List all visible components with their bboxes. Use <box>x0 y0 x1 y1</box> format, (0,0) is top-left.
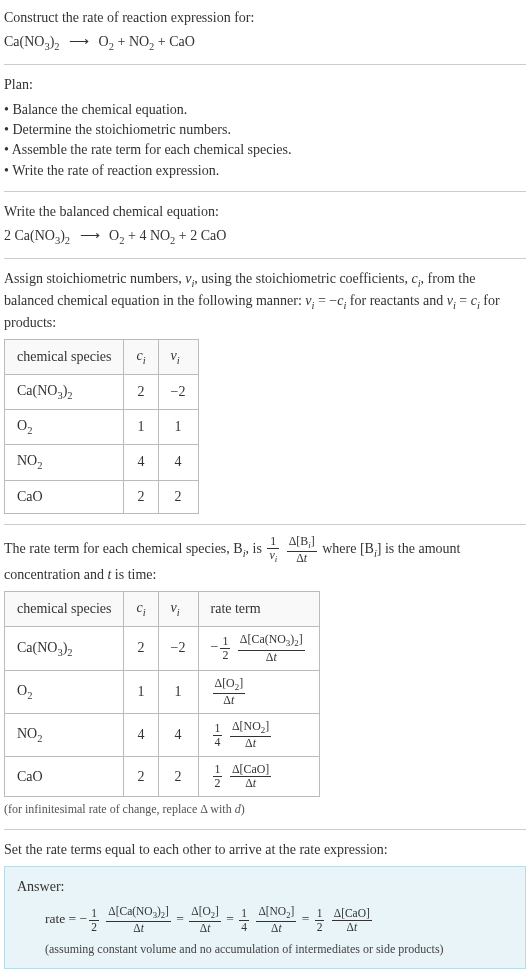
final-intro: Set the rate terms equal to each other t… <box>4 840 526 860</box>
col-ci: ci <box>124 592 158 627</box>
answer-box: Answer: rate = −12 Δ[Ca(NO3)2]Δt = Δ[O2]… <box>4 866 526 969</box>
col-nui: νi <box>158 592 198 627</box>
table-row: O2 1 1 Δ[O2]Δt <box>5 670 320 713</box>
table-row: CaO22 <box>5 480 199 513</box>
answer-label: Answer: <box>17 877 513 897</box>
plan-item: • Write the rate of reaction expression. <box>4 161 526 181</box>
rateterm-note: (for infinitesimal rate of change, repla… <box>4 801 526 818</box>
final-section: Set the rate terms equal to each other t… <box>4 840 526 969</box>
table-header-row: chemical species ci νi rate term <box>5 592 320 627</box>
answer-note: (assuming constant volume and no accumul… <box>45 941 513 958</box>
col-rate: rate term <box>198 592 319 627</box>
plan-item: • Assemble the rate term for each chemic… <box>4 140 526 160</box>
rateterm-intro: The rate term for each chemical species,… <box>4 535 526 586</box>
divider <box>4 258 526 259</box>
plan-section: Plan: • Balance the chemical equation. •… <box>4 75 526 180</box>
unbalanced-equation: Ca(NO3)2 ⟶ O2 + NO2 + CaO <box>4 32 526 54</box>
header-section: Construct the rate of reaction expressio… <box>4 8 526 54</box>
table-row: O211 <box>5 410 199 445</box>
divider <box>4 524 526 525</box>
balanced-intro: Write the balanced chemical equation: <box>4 202 526 222</box>
divider <box>4 191 526 192</box>
table-row: Ca(NO3)2 2 −2 −12 Δ[Ca(NO3)2]Δt <box>5 627 320 670</box>
assign-text: Assign stoichiometric numbers, νi, using… <box>4 269 526 333</box>
col-ci: ci <box>124 340 158 375</box>
divider <box>4 829 526 830</box>
assign-section: Assign stoichiometric numbers, νi, using… <box>4 269 526 514</box>
balanced-equation: 2 Ca(NO3)2 ⟶ O2 + 4 NO2 + 2 CaO <box>4 226 526 248</box>
plan-title: Plan: <box>4 75 526 95</box>
rateterm-section: The rate term for each chemical species,… <box>4 535 526 819</box>
table-row: CaO 2 2 12 Δ[CaO]Δt <box>5 757 320 797</box>
col-species: chemical species <box>5 592 124 627</box>
col-species: chemical species <box>5 340 124 375</box>
divider <box>4 64 526 65</box>
table-row: Ca(NO3)22−2 <box>5 375 199 410</box>
balanced-section: Write the balanced chemical equation: 2 … <box>4 202 526 248</box>
stoich-table-1: chemical species ci νi Ca(NO3)22−2 O211 … <box>4 339 199 513</box>
table-row: NO244 <box>5 445 199 480</box>
table-row: NO2 4 4 14 Δ[NO2]Δt <box>5 713 320 756</box>
rate-expression: rate = −12 Δ[Ca(NO3)2]Δt = Δ[O2]Δt = 14 … <box>45 905 513 934</box>
stoich-table-2: chemical species ci νi rate term Ca(NO3)… <box>4 591 320 797</box>
table-header-row: chemical species ci νi <box>5 340 199 375</box>
col-nui: νi <box>158 340 198 375</box>
prompt-text: Construct the rate of reaction expressio… <box>4 8 526 28</box>
plan-item: • Balance the chemical equation. <box>4 100 526 120</box>
plan-item: • Determine the stoichiometric numbers. <box>4 120 526 140</box>
